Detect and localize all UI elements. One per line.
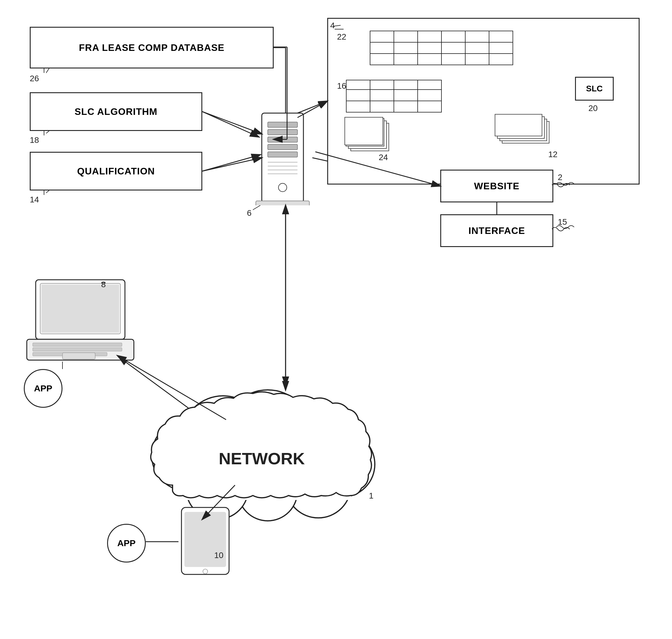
svg-rect-29 xyxy=(42,285,119,332)
svg-line-62 xyxy=(46,68,49,73)
svg-rect-34 xyxy=(63,353,95,359)
qualification-label: QUALIFICATION xyxy=(77,166,155,177)
ref-26: 26 xyxy=(30,74,39,83)
svg-rect-20 xyxy=(268,152,298,157)
website-box: WEBSITE xyxy=(440,170,553,202)
server-tower xyxy=(250,110,315,206)
svg-rect-32 xyxy=(33,348,122,351)
website-label: WEBSITE xyxy=(474,181,520,192)
ref-6: 6 xyxy=(247,208,252,218)
svg-rect-31 xyxy=(33,343,122,346)
laptop xyxy=(24,277,137,367)
cloud-svg: NETWORK xyxy=(128,372,396,527)
tablet-svg xyxy=(178,506,232,577)
grid-table-16 xyxy=(346,80,442,112)
grid-table-22 xyxy=(370,31,513,65)
svg-rect-19 xyxy=(268,144,298,150)
svg-point-47 xyxy=(203,569,208,574)
svg-rect-16 xyxy=(268,122,298,127)
slc-algorithm-box: SLC ALGORITHM xyxy=(30,92,202,131)
app-label-1: APP xyxy=(34,383,52,393)
qualification-box: QUALIFICATION xyxy=(30,152,202,190)
svg-rect-18 xyxy=(268,137,298,142)
ref-15: 15 xyxy=(558,217,567,227)
svg-point-25 xyxy=(278,183,287,192)
ref-10: 10 xyxy=(214,550,223,560)
ref-2: 2 xyxy=(558,173,562,182)
ref-12-inner: 12 xyxy=(548,150,558,159)
ref-14: 14 xyxy=(30,195,39,204)
app-label-2: APP xyxy=(117,538,135,548)
laptop-svg xyxy=(24,277,137,366)
slc-algorithm-label: SLC ALGORITHM xyxy=(75,106,157,117)
svg-line-64 xyxy=(46,190,49,193)
slc-inner-box: SLC xyxy=(575,77,614,100)
tablet xyxy=(178,506,232,579)
ref-22-inner: 22 xyxy=(337,32,346,42)
ref-20-inner: 20 xyxy=(588,104,598,113)
ref-18: 18 xyxy=(30,136,39,145)
container-box: 22 16 SLC 20 24 xyxy=(327,18,640,185)
ref-1: 1 xyxy=(369,491,374,501)
diagram: FRA LEASE COMP DATABASE 26 SLC ALGORITHM… xyxy=(0,0,672,639)
slc-label: SLC xyxy=(586,84,603,93)
fra-database-label: FRA LEASE COMP DATABASE xyxy=(79,42,224,53)
app-circle-tablet: APP xyxy=(107,524,146,562)
interface-label: INTERFACE xyxy=(468,225,525,236)
interface-box: INTERFACE xyxy=(440,214,553,247)
ref-8: 8 xyxy=(101,280,106,289)
svg-line-63 xyxy=(46,131,49,133)
fra-database-box: FRA LEASE COMP DATABASE xyxy=(30,27,274,68)
ref-4: 4 xyxy=(330,21,335,30)
svg-rect-26 xyxy=(256,201,309,205)
app-circle-laptop: APP xyxy=(24,369,63,408)
network-cloud: NETWORK xyxy=(128,372,396,528)
server-svg xyxy=(250,110,315,205)
ref-24-inner: 24 xyxy=(379,153,388,162)
ref-16-inner: 16 xyxy=(337,81,346,91)
svg-text:NETWORK: NETWORK xyxy=(219,449,305,468)
svg-rect-17 xyxy=(268,129,298,135)
